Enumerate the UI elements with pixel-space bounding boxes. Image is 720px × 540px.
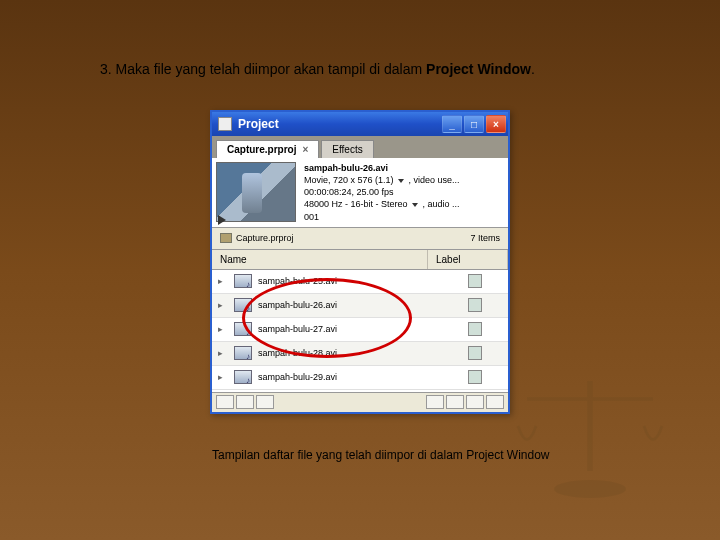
auto-button[interactable] [256,395,274,409]
tab-label: Effects [332,144,362,155]
clip-icon [234,274,252,288]
column-label[interactable]: Label [428,250,508,269]
expand-icon[interactable]: ▸ [218,276,228,286]
instruction-bold: Project Window [426,61,531,77]
instruction-suffix: . [531,61,535,77]
expand-icon[interactable]: ▸ [218,324,228,334]
find-button[interactable] [426,395,444,409]
close-button[interactable]: × [486,115,506,133]
project-window: Project _ □ × Capture.prproj× Effects sa… [210,110,510,414]
expand-icon[interactable]: ▸ [218,372,228,382]
svg-point-2 [554,480,626,498]
panel-tabs: Capture.prproj× Effects [212,136,508,158]
titlebar: Project _ □ × [212,112,508,136]
new-item-button[interactable] [466,395,484,409]
label-swatch[interactable] [468,298,482,312]
list-item[interactable]: ▸ sampah-bulu-25.avi [212,270,508,294]
file-name: sampah-bulu-27.avi [258,324,468,334]
clip-metadata: sampah-bulu-26.avi Movie, 720 x 576 (1.1… [304,162,460,223]
expand-icon[interactable]: ▸ [218,300,228,310]
tab-close-icon[interactable]: × [302,144,308,155]
preview-area: sampah-bulu-26.avi Movie, 720 x 576 (1.1… [212,158,508,228]
file-name: sampah-bulu-26.avi [258,300,468,310]
minimize-button[interactable]: _ [442,115,462,133]
column-name[interactable]: Name [212,250,428,269]
bin-icon [220,233,232,243]
icon-view-button[interactable] [236,395,254,409]
panel-footer [212,392,508,412]
tab-label: Capture.prproj [227,144,296,155]
maximize-button[interactable]: □ [464,115,484,133]
file-list: ▸ sampah-bulu-25.avi ▸ sampah-bulu-26.av… [212,270,508,392]
play-icon[interactable] [218,215,226,225]
preview-video-usage: , video use... [409,175,460,185]
bin-name: Capture.prproj [236,233,294,243]
bin-header: Capture.prproj 7 Items [212,228,508,250]
column-headers: Name Label [212,250,508,270]
preview-audio-usage: , audio ... [423,199,460,209]
clip-icon [234,298,252,312]
list-item[interactable]: ▸ sampah-bulu-27.avi [212,318,508,342]
new-bin-button[interactable] [446,395,464,409]
file-name: sampah-bulu-25.avi [258,276,468,286]
background-scale-graphic [500,360,680,510]
label-swatch[interactable] [468,274,482,288]
preview-duration: 00:00:08:24, 25.00 fps [304,186,460,198]
clip-icon [234,322,252,336]
label-swatch[interactable] [468,370,482,384]
label-swatch[interactable] [468,322,482,336]
dropdown-icon[interactable] [398,179,404,183]
preview-resolution: Movie, 720 x 576 (1.1) [304,175,394,185]
file-name: sampah-bulu-29.avi [258,372,468,382]
instruction-prefix: 3. Maka file yang telah diimpor akan tam… [100,61,426,77]
instruction-text: 3. Maka file yang telah diimpor akan tam… [100,60,620,78]
expand-icon[interactable]: ▸ [218,348,228,358]
list-item[interactable]: ▸ sampah-bulu-26.avi [212,294,508,318]
preview-filename: sampah-bulu-26.avi [304,162,460,174]
tab-capture[interactable]: Capture.prproj× [216,140,319,158]
list-view-button[interactable] [216,395,234,409]
file-name: sampah-bulu-28.avi [258,348,468,358]
label-swatch[interactable] [468,346,482,360]
clip-thumbnail[interactable] [216,162,296,222]
trash-button[interactable] [486,395,504,409]
dropdown-icon[interactable] [412,203,418,207]
list-item[interactable]: ▸ sampah-bulu-29.avi [212,366,508,390]
preview-audio: 48000 Hz - 16-bit - Stereo [304,199,408,209]
clip-icon [234,346,252,360]
caption-text: Tampilan daftar file yang telah diimpor … [212,448,550,462]
window-title: Project [238,117,279,131]
tab-effects[interactable]: Effects [321,140,373,158]
clip-icon [234,370,252,384]
app-icon [218,117,232,131]
bin-count: 7 Items [470,233,500,243]
preview-id: 001 [304,211,460,223]
list-item[interactable]: ▸ sampah-bulu-28.avi [212,342,508,366]
